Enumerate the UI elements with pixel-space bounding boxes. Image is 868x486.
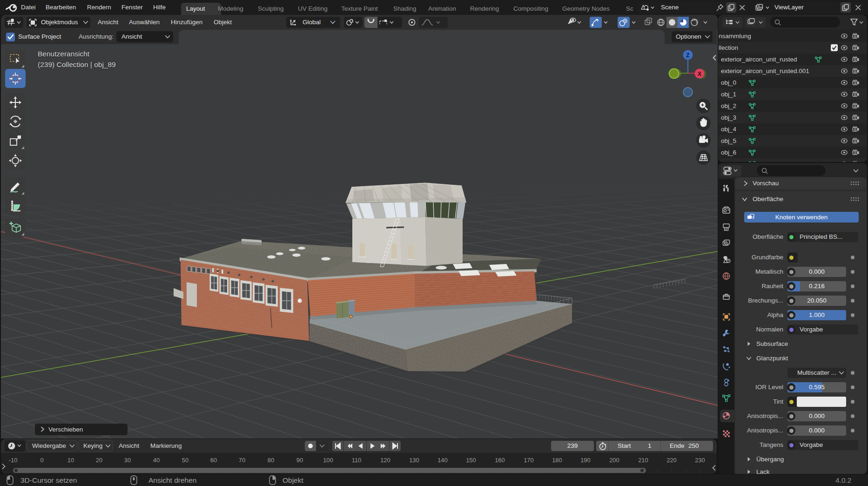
svg-text:X: X [698,71,701,77]
svg-text:Z: Z [686,52,689,59]
